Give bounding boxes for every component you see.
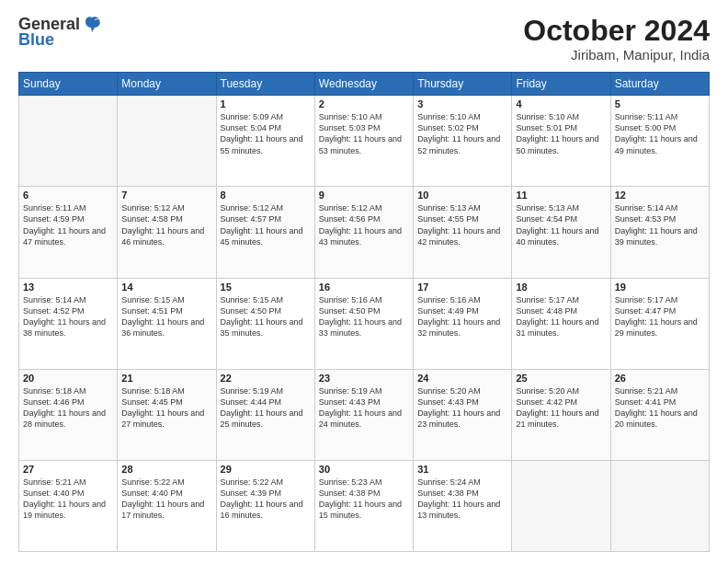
calendar-cell: 8Sunrise: 5:12 AM Sunset: 4:57 PM Daylig… [216,187,314,278]
day-number: 8 [221,190,311,201]
day-number: 6 [23,190,113,201]
calendar-cell [19,96,118,187]
day-number: 9 [319,190,409,201]
logo: General Blue [18,15,102,50]
calendar-cell: 18Sunrise: 5:17 AM Sunset: 4:48 PM Dayli… [512,278,610,369]
day-number: 22 [221,373,311,384]
calendar-cell: 28Sunrise: 5:22 AM Sunset: 4:40 PM Dayli… [118,460,216,551]
day-number: 24 [417,373,507,384]
calendar-cell: 17Sunrise: 5:16 AM Sunset: 4:49 PM Dayli… [414,278,512,369]
cell-info: Sunrise: 5:15 AM Sunset: 4:51 PM Dayligh… [121,294,211,339]
logo-blue: Blue [18,30,54,50]
calendar-header-tuesday: Tuesday [216,73,314,96]
calendar-cell: 22Sunrise: 5:19 AM Sunset: 4:44 PM Dayli… [216,369,314,460]
cell-info: Sunrise: 5:16 AM Sunset: 4:50 PM Dayligh… [319,294,409,339]
day-number: 16 [319,282,409,293]
calendar-cell: 30Sunrise: 5:23 AM Sunset: 4:38 PM Dayli… [314,460,413,551]
calendar-cell: 13Sunrise: 5:14 AM Sunset: 4:52 PM Dayli… [19,278,118,369]
calendar-week-1: 6Sunrise: 5:11 AM Sunset: 4:59 PM Daylig… [19,187,710,278]
cell-info: Sunrise: 5:17 AM Sunset: 4:47 PM Dayligh… [615,294,705,339]
day-number: 23 [319,373,409,384]
cell-info: Sunrise: 5:23 AM Sunset: 4:38 PM Dayligh… [319,477,409,522]
cell-info: Sunrise: 5:10 AM Sunset: 5:02 PM Dayligh… [417,111,507,156]
cell-info: Sunrise: 5:16 AM Sunset: 4:49 PM Dayligh… [417,294,507,339]
calendar-cell: 6Sunrise: 5:11 AM Sunset: 4:59 PM Daylig… [19,187,118,278]
cell-info: Sunrise: 5:09 AM Sunset: 5:04 PM Dayligh… [221,111,311,156]
day-number: 4 [516,98,606,109]
calendar-cell: 20Sunrise: 5:18 AM Sunset: 4:46 PM Dayli… [19,369,118,460]
day-number: 29 [221,464,311,475]
cell-info: Sunrise: 5:20 AM Sunset: 4:42 PM Dayligh… [516,385,606,431]
day-number: 30 [319,464,409,475]
cell-info: Sunrise: 5:22 AM Sunset: 4:39 PM Dayligh… [221,477,311,522]
calendar-cell: 27Sunrise: 5:21 AM Sunset: 4:40 PM Dayli… [19,460,118,551]
day-number: 3 [417,98,507,109]
day-number: 17 [417,282,507,293]
day-number: 14 [121,282,211,293]
cell-info: Sunrise: 5:14 AM Sunset: 4:53 PM Dayligh… [615,202,705,247]
calendar-cell: 4Sunrise: 5:10 AM Sunset: 5:01 PM Daylig… [512,96,610,187]
calendar-cell: 29Sunrise: 5:22 AM Sunset: 4:39 PM Dayli… [216,460,314,551]
cell-info: Sunrise: 5:13 AM Sunset: 4:54 PM Dayligh… [516,202,606,247]
calendar-cell: 7Sunrise: 5:12 AM Sunset: 4:58 PM Daylig… [118,187,216,278]
title-block: October 2024 Jiribam, Manipur, India [523,15,710,63]
day-number: 18 [516,282,606,293]
cell-info: Sunrise: 5:20 AM Sunset: 4:43 PM Dayligh… [417,385,507,431]
day-number: 20 [23,373,113,384]
calendar-cell: 14Sunrise: 5:15 AM Sunset: 4:51 PM Dayli… [118,278,216,369]
location: Jiribam, Manipur, India [523,47,710,63]
calendar-cell: 12Sunrise: 5:14 AM Sunset: 4:53 PM Dayli… [610,187,709,278]
cell-info: Sunrise: 5:24 AM Sunset: 4:38 PM Dayligh… [417,477,507,522]
calendar-cell: 26Sunrise: 5:21 AM Sunset: 4:41 PM Dayli… [610,369,709,460]
cell-info: Sunrise: 5:19 AM Sunset: 4:43 PM Dayligh… [319,385,409,431]
page: General Blue October 2024 Jiribam, Manip… [0,0,728,563]
calendar-week-4: 27Sunrise: 5:21 AM Sunset: 4:40 PM Dayli… [19,460,710,551]
day-number: 2 [319,98,409,109]
day-number: 21 [121,373,211,384]
cell-info: Sunrise: 5:10 AM Sunset: 5:01 PM Dayligh… [516,111,606,156]
cell-info: Sunrise: 5:21 AM Sunset: 4:41 PM Dayligh… [615,385,705,431]
calendar-week-0: 1Sunrise: 5:09 AM Sunset: 5:04 PM Daylig… [19,96,710,187]
cell-info: Sunrise: 5:10 AM Sunset: 5:03 PM Dayligh… [319,111,409,156]
calendar-cell: 10Sunrise: 5:13 AM Sunset: 4:55 PM Dayli… [414,187,512,278]
day-number: 26 [615,373,705,384]
cell-info: Sunrise: 5:14 AM Sunset: 4:52 PM Dayligh… [23,294,113,339]
calendar-cell: 21Sunrise: 5:18 AM Sunset: 4:45 PM Dayli… [118,369,216,460]
calendar-cell: 2Sunrise: 5:10 AM Sunset: 5:03 PM Daylig… [314,96,413,187]
cell-info: Sunrise: 5:11 AM Sunset: 5:00 PM Dayligh… [615,111,705,156]
cell-info: Sunrise: 5:12 AM Sunset: 4:58 PM Dayligh… [121,202,211,247]
day-number: 15 [221,282,311,293]
day-number: 31 [417,464,507,475]
calendar-cell: 16Sunrise: 5:16 AM Sunset: 4:50 PM Dayli… [314,278,413,369]
day-number: 1 [221,98,311,109]
calendar-header-sunday: Sunday [19,73,118,96]
calendar-cell: 19Sunrise: 5:17 AM Sunset: 4:47 PM Dayli… [610,278,709,369]
day-number: 11 [516,190,606,201]
day-number: 7 [121,190,211,201]
calendar-cell [118,96,216,187]
calendar-cell: 5Sunrise: 5:11 AM Sunset: 5:00 PM Daylig… [610,96,709,187]
cell-info: Sunrise: 5:22 AM Sunset: 4:40 PM Dayligh… [121,477,211,522]
calendar-header-thursday: Thursday [414,73,512,96]
day-number: 28 [121,464,211,475]
calendar-cell: 24Sunrise: 5:20 AM Sunset: 4:43 PM Dayli… [414,369,512,460]
calendar-cell: 25Sunrise: 5:20 AM Sunset: 4:42 PM Dayli… [512,369,610,460]
calendar-header-friday: Friday [512,73,610,96]
calendar-cell [512,460,610,551]
cell-info: Sunrise: 5:19 AM Sunset: 4:44 PM Dayligh… [221,385,311,431]
day-number: 27 [23,464,113,475]
calendar-cell: 11Sunrise: 5:13 AM Sunset: 4:54 PM Dayli… [512,187,610,278]
calendar-header-row: SundayMondayTuesdayWednesdayThursdayFrid… [19,73,710,96]
day-number: 25 [516,373,606,384]
day-number: 10 [417,190,507,201]
calendar-header-wednesday: Wednesday [314,73,413,96]
calendar-cell: 23Sunrise: 5:19 AM Sunset: 4:43 PM Dayli… [314,369,413,460]
month-title: October 2024 [523,15,710,47]
calendar-week-2: 13Sunrise: 5:14 AM Sunset: 4:52 PM Dayli… [19,278,710,369]
calendar-cell: 9Sunrise: 5:12 AM Sunset: 4:56 PM Daylig… [314,187,413,278]
header: General Blue October 2024 Jiribam, Manip… [18,15,710,63]
calendar-cell: 15Sunrise: 5:15 AM Sunset: 4:50 PM Dayli… [216,278,314,369]
cell-info: Sunrise: 5:17 AM Sunset: 4:48 PM Dayligh… [516,294,606,339]
calendar-cell: 31Sunrise: 5:24 AM Sunset: 4:38 PM Dayli… [414,460,512,551]
cell-info: Sunrise: 5:15 AM Sunset: 4:50 PM Dayligh… [221,294,311,339]
